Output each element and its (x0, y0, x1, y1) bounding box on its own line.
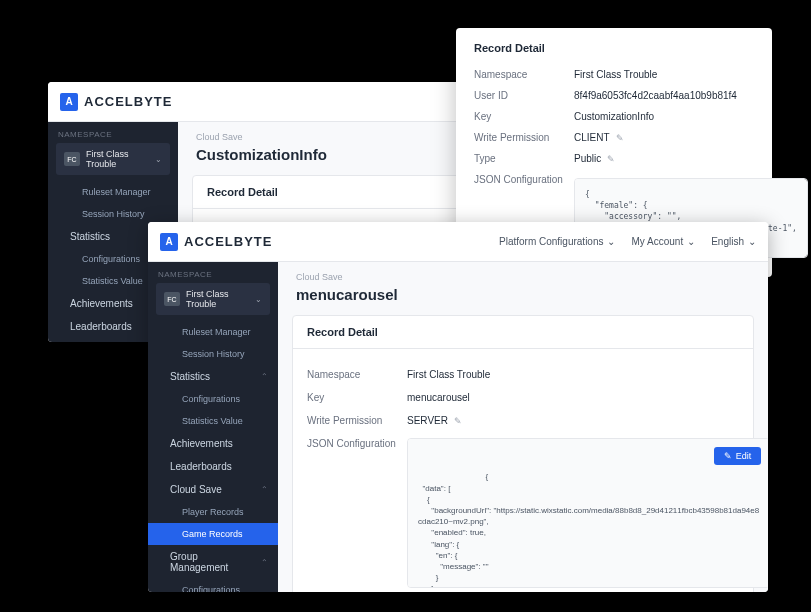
topbar-language[interactable]: English⌄ (711, 236, 756, 247)
sidebar-item-ruleset[interactable]: Ruleset Manager (148, 321, 278, 343)
sidebar-item-cloud-save[interactable]: Cloud Save⌃ (148, 478, 278, 501)
topbar-my-account[interactable]: My Account⌄ (631, 236, 695, 247)
breadcrumb: Cloud Save (278, 262, 768, 286)
edit-icon[interactable]: ✎ (454, 416, 462, 426)
logo-icon: A (60, 93, 78, 111)
main-content: Cloud Save menucarousel Record Detail Na… (278, 262, 768, 592)
logo-icon: A (160, 233, 178, 251)
namespace-label: NAMESPACE (48, 122, 178, 143)
chevron-down-icon: ⌄ (607, 236, 615, 247)
card-userid-value: 8f4f9a6053fc4d2caabf4aa10b9b81f4 (574, 90, 754, 101)
card-key-value: CustomizationInfo (574, 111, 754, 122)
brand-name: ACCELBYTE (184, 234, 272, 249)
sidebar-item-group-mgmt[interactable]: Group Management⌃ (148, 545, 278, 579)
chevron-down-icon: ⌄ (155, 155, 162, 164)
namespace-name: First Class Trouble (86, 149, 149, 169)
chevron-down-icon: ⌄ (748, 236, 756, 247)
sidebar-item-player-records[interactable]: Player Records (148, 501, 278, 523)
sidebar-item-achievements[interactable]: Achievements (148, 432, 278, 455)
panel-title: Record Detail (293, 316, 753, 349)
namespace-label: NAMESPACE (148, 262, 278, 283)
card-type-value: Public✎ (574, 153, 754, 164)
namespace-value: First Class Trouble (407, 369, 739, 380)
edit-icon[interactable]: ✎ (607, 154, 615, 164)
logo: A ACCELBYTE (60, 93, 172, 111)
sidebar-item-session[interactable]: Session History (148, 343, 278, 365)
sidebar-item-statistics[interactable]: Statistics⌃ (148, 365, 278, 388)
sidebar-item-ruleset[interactable]: Ruleset Manager (48, 181, 178, 203)
sidebar-item-stats-value[interactable]: Statistics Value (148, 410, 278, 432)
namespace-name: First Class Trouble (186, 289, 249, 309)
json-editor: ✎Edit { "data": [ { "backgroundUrl": "ht… (407, 438, 768, 588)
sidebar-item-configurations-2[interactable]: Configurations (148, 579, 278, 592)
sidebar-item-leaderboards[interactable]: Leaderboards (148, 455, 278, 478)
window-game-records: A ACCELBYTE Platform Configurations⌄ My … (148, 222, 768, 592)
sidebar: NAMESPACE FC First Class Trouble ⌄ Rules… (148, 262, 278, 592)
pencil-icon: ✎ (724, 451, 732, 461)
edit-icon[interactable]: ✎ (616, 133, 624, 143)
topbar-platform-config[interactable]: Platform Configurations⌄ (499, 236, 616, 247)
chevron-down-icon: ⌄ (687, 236, 695, 247)
card-namespace-value: First Class Trouble (574, 69, 754, 80)
write-permission-value: SERVER✎ (407, 415, 739, 426)
edit-button[interactable]: ✎Edit (714, 447, 762, 465)
namespace-selector[interactable]: FC First Class Trouble ⌄ (56, 143, 170, 175)
logo: A ACCELBYTE (160, 233, 272, 251)
namespace-badge: FC (164, 292, 180, 306)
brand-name: ACCELBYTE (84, 94, 172, 109)
chevron-up-icon: ⌃ (261, 558, 268, 567)
page-title: menucarousel (278, 286, 768, 315)
card-write-permission-value: CLIENT✎ (574, 132, 754, 143)
chevron-up-icon: ⌃ (261, 372, 268, 381)
record-detail-panel: Record Detail NamespaceFirst Class Troub… (292, 315, 754, 592)
sidebar-item-game-records[interactable]: Game Records (148, 523, 278, 545)
sidebar-item-configurations[interactable]: Configurations (148, 388, 278, 410)
card-title: Record Detail (474, 42, 754, 54)
key-value: menucarousel (407, 392, 739, 403)
namespace-selector[interactable]: FC First Class Trouble ⌄ (156, 283, 270, 315)
chevron-up-icon: ⌃ (261, 485, 268, 494)
namespace-badge: FC (64, 152, 80, 166)
topbar: A ACCELBYTE Platform Configurations⌄ My … (148, 222, 768, 262)
chevron-down-icon: ⌄ (255, 295, 262, 304)
